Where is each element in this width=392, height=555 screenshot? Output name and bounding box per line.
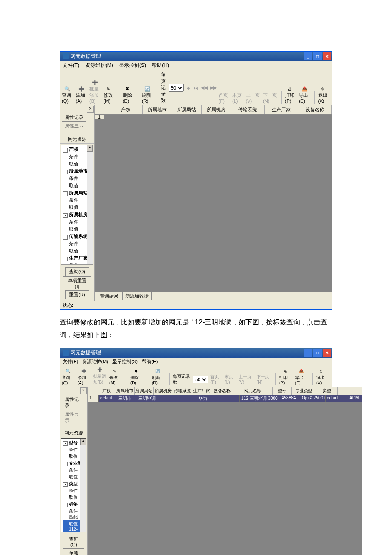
minimize-button[interactable]: _ [304, 52, 312, 60]
column-header[interactable]: 网元名称 [233, 387, 273, 395]
nav-last: 末页(L) [232, 92, 243, 104]
maximize-button[interactable]: □ [313, 52, 322, 60]
window-1: 网元数据管理 _ □ ✕ 文件(F) 资源维护(M) 显示控制(S) 帮助(H)… [60, 51, 332, 310]
tool-export[interactable]: 📤导出(E) [299, 86, 311, 104]
menu-resource[interactable]: 资源维护(M) [85, 62, 113, 68]
column-header[interactable]: 产权 [109, 105, 143, 114]
doc-paragraph-1: 查询要修改的网元，比如要新增加的网元是 112-三明地调，如下图，按标签查询，点… [60, 316, 332, 342]
table-row[interactable]: 1default三明市三明地调华为112-三明地调-3000458884Opti… [88, 395, 362, 402]
tool-modify[interactable]: ✎修改(M) [109, 369, 123, 385]
page-size-select[interactable]: 50 [193, 376, 208, 383]
column-header[interactable]: 设备名称 [298, 105, 332, 114]
column-header[interactable]: 所属机房 [154, 387, 173, 395]
tool-export[interactable]: 📤导出(E) [295, 369, 309, 385]
exit-icon: ⎋ [320, 369, 326, 375]
column-header[interactable]: 所属局站 [172, 105, 202, 114]
menu-help[interactable]: 帮助(H) [152, 62, 169, 68]
tool-refresh[interactable]: 🔄刷新(R) [152, 369, 166, 385]
tool-modify[interactable]: ✎修改(M) [104, 86, 116, 104]
delete-icon: ✖ [134, 369, 141, 375]
minimize-button[interactable]: _ [304, 349, 312, 357]
add-icon: ➕ [81, 369, 88, 375]
side-reset-button[interactable]: 重置(R) [65, 290, 89, 299]
tool-print[interactable]: 🖨打印(P) [285, 86, 297, 104]
tab-query-result[interactable]: 查询结果 [97, 292, 121, 300]
tab-attr-record[interactable]: 属性记录 [62, 113, 86, 121]
tool-batch-add: ➕批量添加(B) [93, 367, 107, 385]
menu-file[interactable]: 文件(F) [63, 62, 79, 68]
column-header[interactable]: 传输系统 [173, 387, 192, 395]
cell: 112-三明地调-3000 [240, 395, 280, 402]
tree-title: 网元资源 [60, 429, 87, 437]
export-icon: 📤 [302, 86, 308, 92]
tool-print[interactable]: 🖨打印(P) [279, 369, 293, 385]
side-reset-item-button[interactable]: 单项重置(I) [63, 276, 91, 290]
column-header[interactable]: 型号 [273, 387, 292, 395]
edit-icon: ✎ [113, 369, 120, 375]
window-title: 网元数据管理 [70, 349, 101, 356]
column-header[interactable]: 所属机房 [202, 105, 231, 114]
cell: 三明市 [117, 395, 137, 402]
tab-attr-display[interactable]: 属性显示 [62, 410, 86, 425]
tool-exit[interactable]: ⎋退出(X) [318, 86, 331, 104]
close-button[interactable]: ✕ [323, 52, 331, 60]
tool-query[interactable]: 🔍查询(Q) [62, 86, 74, 104]
column-header[interactable]: 所属地市 [115, 387, 135, 395]
window-2: 网元数据管理 _ □ ✕ 文件(F) 资源维护(M) 显示控制(S) 帮助(H)… [60, 348, 332, 555]
menu-resource[interactable]: 资源维护(M) [82, 359, 108, 364]
tree-title: 网元资源 [60, 135, 94, 144]
data-grid: 产权所属地市所属局站所属机房传输系统生产厂家设备名称网元名称型号专业类型类型 1… [88, 387, 362, 555]
column-header[interactable]: 所属地市 [143, 105, 172, 114]
close-button[interactable]: ✕ [323, 349, 331, 357]
column-header[interactable] [95, 105, 109, 114]
row-number: 1 [88, 395, 99, 402]
tree-scrollbar[interactable]: ▲ [87, 145, 93, 264]
bottom-tabs: 查询结果 新添加数据 [95, 292, 332, 301]
edit-icon: ✎ [106, 86, 113, 92]
column-header[interactable]: 传输系统 [231, 105, 265, 114]
panel-close-button[interactable]: × [87, 106, 94, 113]
nav-first: 首页(F) [210, 374, 222, 384]
tool-add[interactable]: ➕添加(A) [76, 86, 88, 104]
tab-attr-record[interactable]: 属性记录 [62, 395, 86, 410]
side-reset-item-button[interactable]: 单项重置(I) [63, 549, 84, 555]
refresh-icon: 🔄 [155, 369, 162, 375]
tab-attr-display[interactable]: 属性显示 [62, 121, 86, 130]
nav-last-icon: ⏭ [193, 85, 198, 90]
app-icon [63, 53, 69, 59]
panel-close-button[interactable]: × [80, 387, 87, 394]
grid-header: 产权所属地市所属局站所属机房传输系统生产厂家设备名称 [95, 105, 332, 115]
side-query-button[interactable]: 查询(Q) [63, 535, 84, 549]
data-grid: 产权所属地市所属局站所属机房传输系统生产厂家设备名称 1 查询结果 新添加数据 [95, 105, 332, 301]
pager-label: 每页记录数 [173, 373, 190, 385]
nav-prev-icon: ◀◀ [201, 85, 208, 90]
side-query-button[interactable]: 查询(Q) [65, 267, 89, 276]
titlebar[interactable]: 网元数据管理 _ □ ✕ [60, 348, 332, 358]
maximize-button[interactable]: □ [313, 349, 322, 357]
column-header[interactable]: 设备名称 [211, 387, 233, 395]
column-header[interactable]: 生产厂家 [192, 387, 211, 395]
tool-query[interactable]: 🔍查询(Q) [62, 369, 76, 385]
column-header[interactable]: 专业类型 [292, 387, 316, 395]
column-header[interactable]: 类型 [316, 387, 338, 395]
tool-refresh[interactable]: 🔄刷新(R) [142, 86, 154, 104]
tool-exit[interactable]: ⎋退出(X) [316, 369, 330, 385]
column-header[interactable]: 生产厂家 [265, 105, 298, 114]
page-size-select[interactable]: 50 [169, 84, 184, 92]
print-icon: 🖨 [283, 369, 290, 375]
column-header[interactable]: 产权 [98, 387, 115, 395]
column-header[interactable]: 所属局站 [135, 387, 154, 395]
menu-display[interactable]: 显示控制(S) [119, 62, 146, 68]
menu-display[interactable]: 显示控制(S) [112, 359, 138, 364]
menu-file[interactable]: 文件(F) [63, 359, 78, 364]
tree-scrollbar[interactable]: ▲ [80, 439, 86, 532]
toolbar: 🔍查询(Q) ➕添加(A) ➕批量添加(B) ✎修改(M) ✖删除(D) 🔄刷新… [60, 70, 332, 105]
menu-help[interactable]: 帮助(H) [142, 359, 158, 364]
tool-add[interactable]: ➕添加(A) [78, 369, 92, 385]
tool-delete[interactable]: ✖删除(D) [130, 369, 144, 385]
titlebar[interactable]: 网元数据管理 _ □ ✕ [60, 52, 332, 61]
cell [217, 395, 240, 402]
tool-delete[interactable]: ✖删除(D) [123, 86, 135, 104]
tab-new-data[interactable]: 新添加数据 [122, 292, 152, 300]
column-header[interactable] [88, 387, 98, 395]
